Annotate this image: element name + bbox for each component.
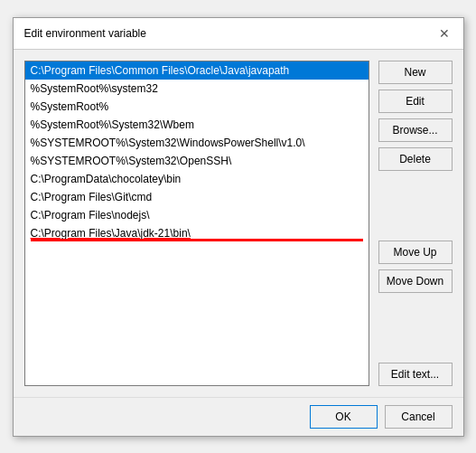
delete-button[interactable]: Delete <box>378 147 453 171</box>
move-up-button[interactable]: Move Up <box>378 241 453 264</box>
list-item[interactable]: C:\ProgramData\chocolatey\bin <box>25 170 369 188</box>
edit-env-var-dialog: Edit environment variable ✕ C:\Program F… <box>13 17 464 437</box>
browse-button[interactable]: Browse... <box>378 118 453 142</box>
list-item[interactable]: %SystemRoot%\System32\Wbem <box>25 116 369 134</box>
env-var-list[interactable]: C:\Program Files\Common Files\Oracle\Jav… <box>24 61 369 386</box>
dialog-footer: OK Cancel <box>14 397 463 436</box>
list-item[interactable]: C:\Program Files\Common Files\Oracle\Jav… <box>25 61 369 80</box>
list-item[interactable]: %SystemRoot%\system32 <box>25 80 369 98</box>
list-item[interactable]: C:\Program Files\Java\jdk-21\bin\ <box>25 224 369 242</box>
move-down-button[interactable]: Move Down <box>378 269 453 293</box>
ok-button[interactable]: OK <box>310 405 378 429</box>
dialog-body: C:\Program Files\Common Files\Oracle\Jav… <box>14 50 463 397</box>
dialog-title: Edit environment variable <box>24 27 146 40</box>
list-item[interactable]: %SYSTEMROOT%\System32\WindowsPowerShell\… <box>25 134 369 152</box>
edit-text-button[interactable]: Edit text... <box>378 363 453 386</box>
list-item[interactable]: %SystemRoot% <box>25 98 369 116</box>
list-item[interactable]: C:\Program Files\Git\cmd <box>25 188 369 206</box>
title-bar: Edit environment variable ✕ <box>14 18 463 50</box>
edit-button[interactable]: Edit <box>378 90 453 113</box>
list-item[interactable]: %SYSTEMROOT%\System32\OpenSSH\ <box>25 152 369 170</box>
buttons-panel: New Edit Browse... Delete Move Up Move D… <box>378 61 453 386</box>
list-item[interactable]: C:\Program Files\nodejs\ <box>25 206 369 224</box>
cancel-button[interactable]: Cancel <box>385 405 453 429</box>
new-button[interactable]: New <box>378 61 453 84</box>
close-button[interactable]: ✕ <box>436 25 453 42</box>
